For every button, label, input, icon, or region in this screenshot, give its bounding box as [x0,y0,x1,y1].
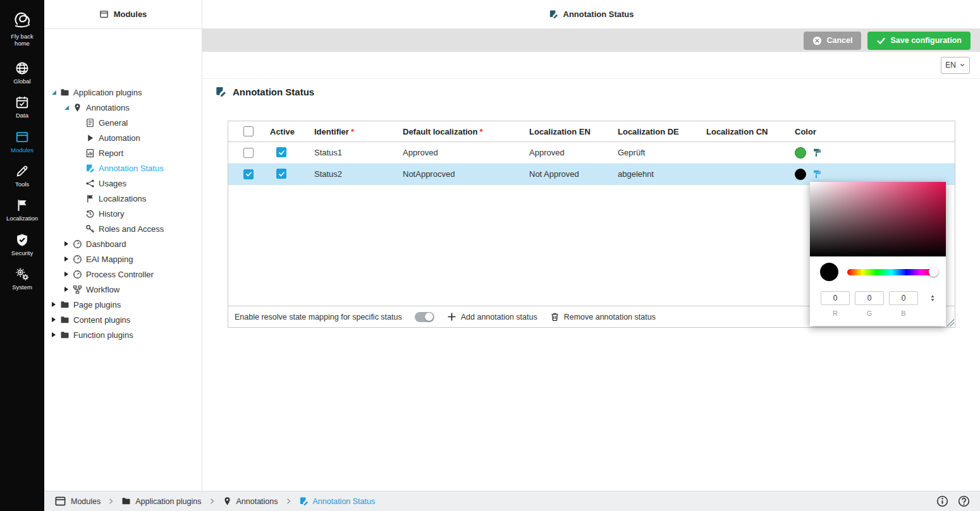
breadcrumb-item-modules[interactable]: Modules [54,495,101,507]
saturation-value-area[interactable] [810,182,946,256]
table-header-row: ActiveIdentifier*Default localization*Lo… [228,121,955,142]
tree-item-annotations[interactable]: Annotations [44,100,202,115]
resolve-state-toggle[interactable] [415,312,434,322]
select-all-cell [228,126,269,136]
column-header-label: Localization CN [706,127,768,136]
rail-item-label: Global [13,78,30,85]
tree-item-dashboard[interactable]: Dashboard [44,236,202,251]
tree-item-workflow[interactable]: Workflow [44,282,202,297]
resize-grip-icon[interactable] [946,318,954,327]
rail-item-tools[interactable]: Tools [0,164,44,188]
rail-item-security[interactable]: Security [0,233,44,256]
tree-item-process-controller[interactable]: Process Controller [44,267,202,282]
hue-slider-knob[interactable] [929,267,938,277]
annotation-icon [299,496,309,506]
expand-toggle-icon[interactable] [62,287,71,292]
row-select-cell [228,169,269,179]
rail-item-label: System [12,284,32,291]
blue-input[interactable] [889,291,918,305]
collapse-toggle-icon[interactable] [62,105,71,110]
expand-toggle-icon[interactable] [49,317,58,322]
column-header-label: Localization EN [529,127,591,136]
column-header-localization-de: Localization DE [616,127,705,136]
expand-toggle-icon[interactable] [49,332,58,337]
tree-item-page-plugins[interactable]: Page plugins [44,297,202,312]
expand-toggle-icon[interactable] [62,241,71,246]
tree-item-annotation-status[interactable]: Annotation Status [44,160,202,176]
color-picker-controls [810,256,946,285]
language-select[interactable]: EN [941,57,970,74]
expand-toggle-icon[interactable] [62,256,71,262]
gauge-icon [73,239,82,249]
remove-annotation-status-button[interactable]: Remove annotation status [550,312,656,322]
red-input[interactable] [821,291,850,305]
breadcrumb-item-annotations[interactable]: Annotations [223,496,278,506]
info-icon[interactable] [936,495,948,507]
cancel-button[interactable]: Cancel [804,32,861,50]
add-annotation-status-button[interactable]: Add annotation status [447,312,537,322]
breadcrumb-item-annotation-status[interactable]: Annotation Status [299,496,376,506]
paint-format-icon[interactable] [812,148,822,157]
save-button-label: Save configuration [890,36,962,45]
rail-item-home[interactable]: Fly back home [0,8,44,47]
active-checkbox[interactable] [276,147,286,157]
cancel-button-label: Cancel [826,36,852,45]
hue-slider[interactable] [847,269,936,275]
channel-stepper-icon[interactable] [928,294,937,303]
color-swatch[interactable] [795,147,806,159]
tree-item-usages[interactable]: Usages [44,176,202,191]
expand-toggle-icon[interactable] [62,272,71,277]
pin-icon [223,496,232,506]
modules-panel-header: Modules [44,0,202,29]
modules-icon [99,9,109,19]
color-swatch[interactable] [795,169,806,180]
rail-item-system[interactable]: System [0,267,44,291]
tree-item-label: Content plugins [73,315,130,325]
tree-item-content-plugins[interactable]: Content plugins [44,312,202,327]
rail-item-modules[interactable]: Modules [0,130,44,153]
tree-item-localizations[interactable]: Localizations [44,191,202,206]
gauge-icon [73,255,82,264]
save-configuration-button[interactable]: Save configuration [867,32,971,50]
shield-icon [15,233,29,247]
page-header-title: Annotation Status [563,9,634,19]
toggle-knob [425,313,433,321]
default-localization-cell: Approved [401,148,528,157]
column-header-label: Color [795,127,816,136]
active-checkbox[interactable] [276,169,286,179]
breadcrumb-label: Application plugins [135,497,201,506]
green-input[interactable] [855,291,884,305]
row-select-checkbox[interactable] [243,169,254,179]
rgb-labels: R G B [810,305,946,326]
tree-item-general[interactable]: General [44,115,202,130]
flag-icon [85,194,95,203]
help-icon[interactable] [958,495,970,507]
rgb-inputs [810,285,946,305]
check-icon [876,36,886,45]
row-select-checkbox[interactable] [243,148,254,158]
pencil-icon [15,164,29,178]
flag-icon [15,198,29,212]
tree-item-eai-mapping[interactable]: EAI Mapping [44,251,202,267]
tree-item-application-plugins[interactable]: Application plugins [44,85,202,100]
breadcrumb-item-application-plugins[interactable]: Application plugins [121,496,201,506]
rail-item-label: Data [16,112,28,119]
tree-item-label: Process Controller [86,270,154,279]
paint-format-icon[interactable] [812,169,822,179]
report-icon [85,148,95,158]
tree-item-function-plugins[interactable]: Function plugins [44,327,202,342]
rail-item-localization[interactable]: Localization [0,198,44,222]
collapse-toggle-icon[interactable] [49,90,58,95]
select-all-checkbox[interactable] [243,126,254,136]
tree-item-roles-and-access[interactable]: Roles and Access [44,221,202,236]
rail-item-data[interactable]: Data [0,95,44,119]
tree-item-automation[interactable]: Automation [44,130,202,145]
tree-item-report[interactable]: Report [44,145,202,160]
tree-item-history[interactable]: History [44,206,202,221]
calendar-icon [15,95,29,109]
bottom-bar: ModulesApplication pluginsAnnotationsAnn… [44,491,980,511]
required-marker: * [351,127,354,136]
table-row[interactable]: Status1ApprovedApprovedGeprüft [228,142,955,164]
rail-item-global[interactable]: Global [0,61,44,85]
expand-toggle-icon[interactable] [49,302,58,307]
